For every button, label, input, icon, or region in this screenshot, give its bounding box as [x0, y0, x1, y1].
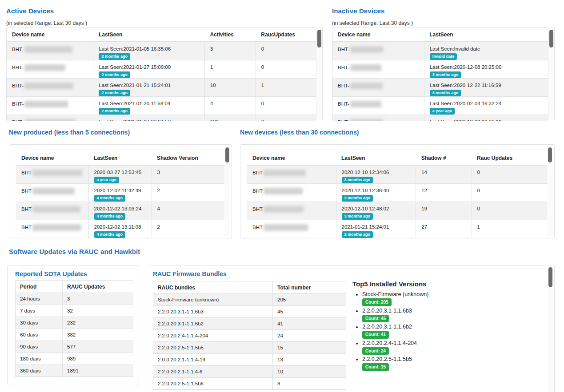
rauc-updates-value: 0: [472, 165, 548, 184]
active-devices-subtitle: (in selected Range: Last 30 days ): [6, 20, 87, 26]
table-row: BHT 2020-12-02 13:03:244 months ago 4: [16, 202, 225, 220]
time-ago-badge: 3 months ago: [342, 213, 373, 220]
col-lastseen: LastSeen: [93, 28, 205, 42]
col-shadow-version: Shadow Version: [152, 151, 225, 165]
redacted-device-name: [32, 224, 81, 231]
table-row: BHT 2020-12-02 13:11:084 months ago 2: [16, 220, 225, 238]
redacted-device-name: [350, 119, 384, 121]
table-row: BHT 2020-12-10 12:36:403 months ago 12 0: [247, 184, 548, 202]
table-row: BHT- Last Seen:2021-01-20 11:58:042 mont…: [7, 97, 316, 115]
time-ago-badge: 2 months ago: [99, 53, 130, 60]
raucupdates-value: 0: [256, 42, 316, 60]
period-value: 30 days: [16, 317, 63, 329]
header-row: Device name LastSeen Shadow Version: [16, 151, 225, 165]
redacted-device-name: [32, 188, 75, 194]
bundle-count: 41: [273, 318, 346, 330]
count-badge: Count: 15: [362, 363, 389, 371]
list-item: 2.2.0.20.3.1-1.1.6b2Count: 41: [362, 324, 544, 339]
period-value: 90 days: [16, 341, 63, 353]
bundle-count: 10: [273, 366, 346, 378]
table-row: 180 days989: [16, 353, 133, 365]
col-lastseen: LastSeen: [336, 151, 416, 165]
table-row: BHT- Last Seen:Invalid dateInvalid date: [332, 42, 548, 60]
col-rauc-bundles: RAUC bundles: [153, 281, 273, 294]
version-label: Stock-Firmware (unknown): [362, 291, 428, 297]
shadow-version-value: 2: [152, 220, 225, 238]
time-ago-badge: 3 months ago: [342, 177, 373, 183]
col-activities: Activities: [204, 28, 256, 42]
rauc-updates-count: 232: [63, 317, 133, 329]
rauc-updates-value: 0: [472, 184, 548, 202]
last-seen-text: 2020-12-10 12:36:40: [342, 188, 411, 193]
shadow-version-value: 3: [152, 165, 225, 184]
table-row: BHT- Last Seen:2020-02-04 16:32:24a year…: [332, 97, 548, 115]
table-row: BHT 2020-12-10 12:48:023 months ago 19 0: [247, 202, 548, 220]
scrollbar[interactable]: [224, 147, 230, 236]
bundle-name: 2.2.0.20.3.1-1.1.6b2: [153, 318, 273, 330]
bundle-name: 2.0.0.20.2.1-1.1.4-19: [153, 354, 273, 366]
bundle-name: 2.2.0.20.2.5-1.1.5b5: [153, 342, 273, 354]
last-seen-text: 2020-12-02 11:42:49: [94, 188, 146, 193]
shadow-number-value: 14: [416, 165, 472, 184]
shadow-number-value: 12: [416, 184, 472, 202]
version-label: 2.2.0.20.3.1-1.1.6b3: [362, 308, 412, 314]
device-name-prefix: BHT: [21, 188, 32, 194]
list-item: 2.2.0.20.3.1-1.1.6b3Count: 45: [362, 308, 544, 323]
col-shadow-number: Shadow #: [416, 151, 472, 165]
redacted-device-name: [264, 188, 303, 194]
version-label: 2.2.0.20.3.1-1.1.6b2: [362, 324, 412, 330]
redacted-device-name: [24, 64, 65, 71]
redacted-device-name: [350, 64, 381, 71]
scrollbar-thumb[interactable]: [548, 267, 552, 287]
table-row: BHT- Last Seen:2021-01-27 15:09:002 mont…: [7, 60, 316, 79]
scrollbar[interactable]: [316, 28, 322, 120]
top5-installed-versions: Top5 Installed Versions Stock-Firmware (…: [352, 280, 544, 372]
col-device-name: Device name: [7, 28, 93, 42]
last-seen-text: 2020-12-02 13:03:24: [94, 206, 146, 211]
scrollbar-thumb[interactable]: [317, 30, 321, 48]
scrollbar-thumb[interactable]: [225, 147, 229, 162]
bundle-name: 2.2.0.20.2.4-1.1.4-204: [153, 330, 273, 342]
new-devices-grid: Device name LastSeen Shadow # Rauc Updat…: [247, 151, 548, 238]
col-rauc-updates: RAUC Updates: [63, 281, 133, 293]
list-item: Stock-Firmware (unknown)Count: 205: [362, 291, 544, 306]
scrollbar-thumb[interactable]: [548, 147, 552, 162]
time-ago-badge: 3 months ago: [342, 195, 373, 202]
last-seen-text: 2021-01-21 15:24:01: [342, 224, 411, 230]
rauc-updates-value: 0: [472, 202, 548, 220]
table-row: 2.2.0.20.3.1-1.1.6b345: [153, 306, 346, 318]
rauc-bundles-table: RAUC bundles Total number Stock-Firmware…: [153, 281, 346, 390]
header-row: Device name LastSeen Activities RaucUpda…: [7, 28, 316, 42]
redacted-device-name: [24, 101, 68, 107]
header-row: RAUC bundles Total number: [153, 281, 346, 294]
bundle-name: 2.2.0.20.2.1-1.1.4-6: [153, 366, 273, 378]
redacted-device-name: [24, 46, 72, 53]
last-seen-text: Last Seen:2021-01-05 16:35:06: [99, 46, 199, 51]
table-row: 90 days577: [16, 341, 133, 353]
time-ago-badge: 3 months ago: [430, 90, 461, 96]
scrollbar[interactable]: [548, 28, 554, 120]
inactive-devices-title: Inactive Devices: [332, 7, 384, 15]
table-row: BHT 2020-12-02 11:42:494 months ago 2: [16, 184, 225, 202]
new-devices-card: Device name LastSeen Shadow # Rauc Updat…: [240, 144, 555, 238]
scrollbar[interactable]: [548, 266, 553, 392]
device-name-prefix: BHT-: [338, 47, 349, 52]
device-name-prefix: BHT: [21, 206, 32, 212]
bundle-count: 15: [273, 342, 346, 354]
redacted-device-name: [32, 170, 82, 176]
table-row: 7 days32: [16, 305, 133, 317]
period-value: 60 days: [16, 329, 63, 341]
col-lastseen: LastSeen: [424, 28, 548, 42]
last-seen-text: Last Seen:2021-01-27 15:09:00: [99, 64, 199, 70]
col-device-name: Device name: [247, 151, 336, 165]
redacted-device-name: [350, 101, 381, 107]
last-seen-text: Last Seen:Invalid date: [430, 46, 543, 51]
scrollbar-thumb[interactable]: [549, 30, 553, 48]
scrollbar[interactable]: [547, 147, 553, 236]
bundle-count: 205: [273, 294, 346, 306]
redacted-device-name: [32, 206, 80, 213]
col-device-name: Device name: [332, 28, 424, 42]
list-item: 2.2.0.20.2.5-1.1.5b5Count: 15: [362, 356, 544, 371]
device-name-prefix: BHT-: [338, 83, 349, 88]
rauc-bundles-heading: RAUC Firmware Bundles: [153, 270, 227, 277]
